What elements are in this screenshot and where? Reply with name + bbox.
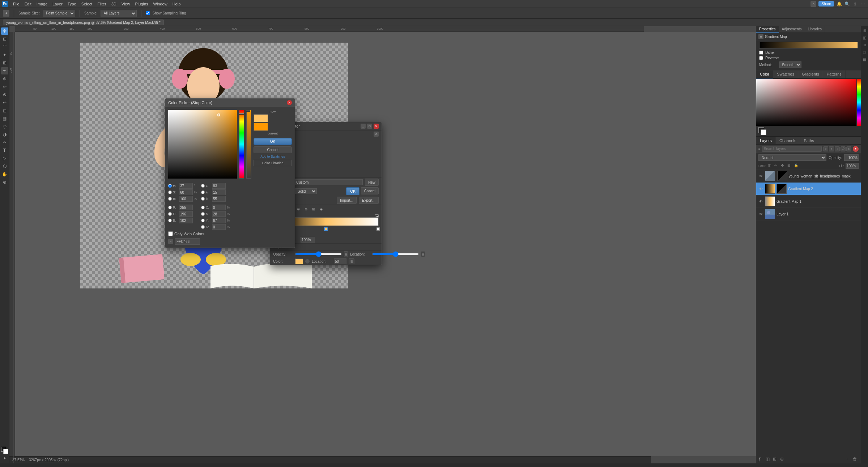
filter-shape-icon[interactable]: ⬡ xyxy=(841,146,846,151)
tool-path-select[interactable]: ▷ xyxy=(1,155,8,162)
filter-text-icon[interactable]: T xyxy=(835,146,840,151)
gradient-editor-maximize-button[interactable]: □ xyxy=(367,124,372,129)
right-icon-3[interactable]: ⊕ xyxy=(862,42,868,48)
c-input[interactable] xyxy=(212,205,226,210)
color-spectrum-picker[interactable] xyxy=(168,110,237,179)
gradient-map-preview[interactable] xyxy=(759,42,858,48)
blend-mode-select[interactable]: Normal xyxy=(758,154,826,161)
layer-item-mask[interactable]: 👁 young_woman_sit_headphones_mask xyxy=(756,170,861,183)
g-input[interactable] xyxy=(179,211,193,217)
lock-position-icon[interactable]: ✥ xyxy=(781,163,786,168)
a-input[interactable] xyxy=(212,189,226,195)
swatches-tab[interactable]: Swatches xyxy=(773,70,798,78)
tool-rectangle-select[interactable]: ⊡ xyxy=(1,35,8,43)
libraries-tab[interactable]: Libraries xyxy=(805,26,825,33)
properties-tab[interactable]: Properties xyxy=(756,26,779,33)
hue-slider[interactable] xyxy=(239,113,244,115)
add-to-swatches-link[interactable]: Add to Swatches xyxy=(254,155,292,158)
tool-move[interactable]: ✜ xyxy=(1,27,8,35)
color-tab[interactable]: Color xyxy=(756,70,773,78)
menu-filter[interactable]: Filter xyxy=(97,2,106,6)
fill-input[interactable] xyxy=(846,163,859,169)
lock-all-icon[interactable]: 🔒 xyxy=(794,163,799,168)
dots-icon[interactable]: ⋯ xyxy=(860,1,866,7)
hue-bar[interactable] xyxy=(239,110,244,179)
method-select[interactable]: Smooth xyxy=(779,61,801,68)
tool-brush[interactable]: ✏ xyxy=(1,83,8,90)
tool-crop[interactable]: ⊞ xyxy=(1,59,8,67)
lock-transparent-icon[interactable]: ◫ xyxy=(768,163,773,168)
saturation-input[interactable] xyxy=(179,189,193,195)
tool-heal[interactable]: ⊕ xyxy=(1,75,8,82)
menu-file[interactable]: File xyxy=(13,2,20,6)
gradient-editor-minimize-button[interactable]: _ xyxy=(361,124,366,129)
menu-help[interactable]: Help xyxy=(173,2,181,6)
new-gradient-button[interactable]: New xyxy=(365,179,379,186)
file-tab-item[interactable]: young_woman_sitting_on_floor_in_headphon… xyxy=(3,20,164,25)
menu-layer[interactable]: Layer xyxy=(52,2,63,6)
layers-tab[interactable]: Layers xyxy=(756,137,776,144)
right-icon-1[interactable]: ⊞ xyxy=(862,27,868,33)
cancel-button[interactable]: Cancel xyxy=(254,146,292,153)
sample-select[interactable]: All Layers xyxy=(101,10,137,17)
color-stop-gold[interactable] xyxy=(324,227,328,231)
tool-zoom[interactable]: ⊕ xyxy=(1,179,8,186)
menu-view[interactable]: View xyxy=(122,2,130,6)
ok-gradient-button[interactable]: OK xyxy=(346,187,359,195)
saturation-radio[interactable] xyxy=(168,190,172,194)
ok-button[interactable]: OK xyxy=(254,138,292,145)
color-location-input[interactable]: 50 xyxy=(334,258,346,264)
tool-lasso[interactable]: ⌒ xyxy=(1,43,8,51)
opacity-slider[interactable] xyxy=(246,110,250,112)
y-radio[interactable] xyxy=(201,219,205,222)
stop-color-swatch[interactable] xyxy=(295,258,303,264)
g-radio[interactable] xyxy=(168,212,172,216)
l-radio[interactable] xyxy=(201,184,205,188)
tool-hand[interactable]: ✋ xyxy=(1,171,8,178)
brightness-input[interactable] xyxy=(179,196,193,202)
tool-eraser[interactable]: ◻ xyxy=(1,107,8,114)
share-button[interactable]: Share xyxy=(818,1,834,7)
color-stop-white[interactable] xyxy=(376,227,380,231)
menu-edit[interactable]: Edit xyxy=(25,2,31,6)
b2-input[interactable] xyxy=(212,196,226,202)
r-radio[interactable] xyxy=(168,206,172,209)
filter-smart-icon[interactable]: s xyxy=(846,146,851,151)
reverse-checkbox[interactable] xyxy=(759,56,763,60)
sample-size-select[interactable]: Point Sample xyxy=(43,10,75,17)
opacity-location-slider[interactable] xyxy=(372,253,419,255)
layer-eye-mask[interactable]: 👁 xyxy=(758,173,763,179)
right-icon-2[interactable]: ◫ xyxy=(862,35,868,40)
smoothness-input[interactable] xyxy=(301,237,315,243)
menu-image[interactable]: Image xyxy=(37,2,48,6)
hue-input[interactable]: 37 xyxy=(179,183,193,189)
layer-item-gradient2[interactable]: 👁 Gradient Map 2 xyxy=(756,183,861,195)
dither-checkbox[interactable] xyxy=(759,51,763,55)
gradient-tool-5[interactable]: ⊖ xyxy=(303,206,309,212)
color-delete-icon[interactable]: 🗑 xyxy=(349,258,354,264)
opacity-location-delete-icon[interactable]: 🗑 xyxy=(421,251,425,257)
home-icon[interactable]: ⌂ xyxy=(810,1,816,7)
b-radio[interactable] xyxy=(168,219,172,222)
show-sampling-ring-checkbox[interactable] xyxy=(146,11,150,15)
gradients-tab[interactable]: Gradients xyxy=(798,70,823,78)
opacity-input[interactable]: 100% xyxy=(844,154,859,161)
k-input[interactable] xyxy=(212,224,226,230)
l-input[interactable] xyxy=(212,183,226,189)
new-layer-icon[interactable]: + xyxy=(846,457,851,462)
current-color-box[interactable] xyxy=(254,123,268,131)
menu-select[interactable]: Select xyxy=(81,2,93,6)
brightness-radio[interactable] xyxy=(168,197,172,201)
k-radio[interactable] xyxy=(201,225,205,229)
tool-eyedropper[interactable]: ✒ xyxy=(1,67,8,74)
b-input[interactable] xyxy=(179,218,193,223)
foreground-background-colors[interactable] xyxy=(1,447,8,454)
opacity-delete-icon[interactable]: 🗑 xyxy=(344,251,348,257)
m-radio[interactable] xyxy=(201,212,205,216)
right-icon-5[interactable]: ▦ xyxy=(862,56,868,62)
layer-item-gradient1[interactable]: 👁 Gradient Map 1 xyxy=(756,195,861,208)
color-panel-spectrum[interactable] xyxy=(756,79,861,126)
tool-shape[interactable]: ⬡ xyxy=(1,163,8,170)
tool-dodge[interactable]: ◑ xyxy=(1,131,8,138)
create-adjustment-icon[interactable]: ⊕ xyxy=(780,457,786,462)
